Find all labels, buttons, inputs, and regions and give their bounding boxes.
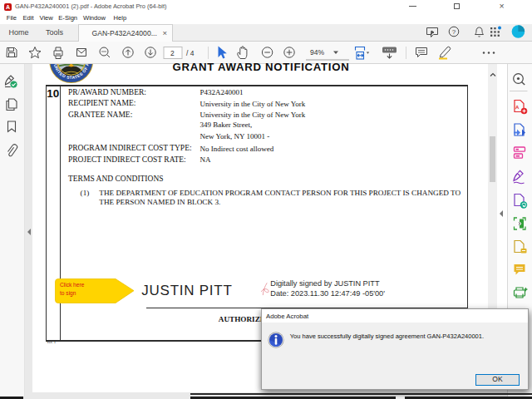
svg-text:/ 4: / 4	[186, 49, 195, 57]
svg-text:Click here: Click here	[60, 282, 85, 288]
svg-text:94%: 94%	[310, 48, 324, 57]
svg-text:?: ?	[452, 28, 456, 36]
svg-text:2: 2	[170, 49, 175, 57]
svg-text:A: A	[515, 105, 520, 110]
svg-text:to sign: to sign	[60, 290, 76, 297]
